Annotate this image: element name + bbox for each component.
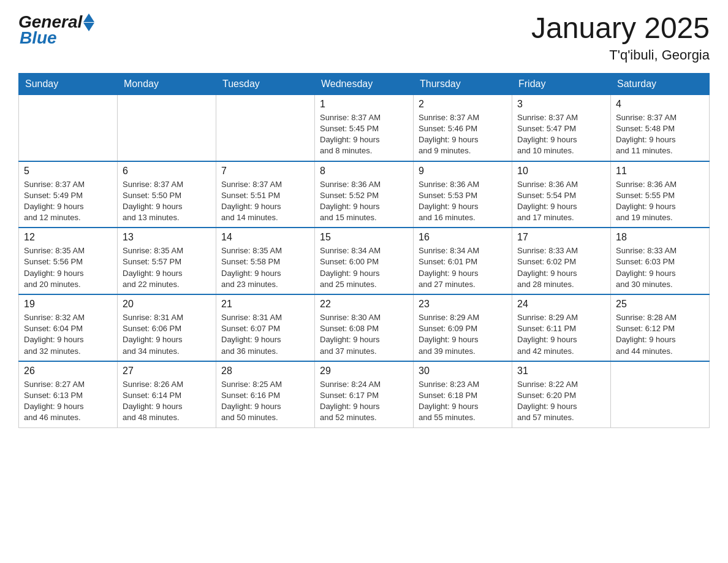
calendar-cell: 31Sunrise: 8:22 AMSunset: 6:20 PMDayligh… (512, 361, 611, 427)
calendar-cell (118, 94, 216, 161)
day-info: Sunrise: 8:25 AMSunset: 6:16 PMDaylight:… (221, 379, 309, 424)
calendar-cell: 21Sunrise: 8:31 AMSunset: 6:07 PMDayligh… (216, 294, 315, 361)
calendar-cell: 22Sunrise: 8:30 AMSunset: 6:08 PMDayligh… (315, 294, 414, 361)
day-info: Sunrise: 8:24 AMSunset: 6:17 PMDaylight:… (320, 379, 408, 424)
day-info: Sunrise: 8:37 AMSunset: 5:46 PMDaylight:… (419, 112, 507, 157)
day-number: 22 (320, 299, 408, 310)
day-number: 15 (320, 232, 408, 243)
calendar-cell: 12Sunrise: 8:35 AMSunset: 5:56 PMDayligh… (19, 228, 118, 294)
month-title: January 2025 (531, 12, 710, 45)
location: T'q'ibuli, Georgia (531, 47, 710, 63)
day-number: 16 (419, 232, 507, 243)
day-number: 19 (24, 299, 112, 310)
calendar-cell: 1Sunrise: 8:37 AMSunset: 5:45 PMDaylight… (315, 94, 414, 161)
calendar-week-row: 1Sunrise: 8:37 AMSunset: 5:45 PMDaylight… (19, 94, 710, 161)
day-info: Sunrise: 8:34 AMSunset: 6:01 PMDaylight:… (419, 245, 507, 290)
day-info: Sunrise: 8:35 AMSunset: 5:57 PMDaylight:… (123, 245, 211, 290)
day-info: Sunrise: 8:22 AMSunset: 6:20 PMDaylight:… (517, 379, 605, 424)
calendar-cell: 15Sunrise: 8:34 AMSunset: 6:00 PMDayligh… (315, 228, 414, 294)
calendar-cell: 29Sunrise: 8:24 AMSunset: 6:17 PMDayligh… (315, 361, 414, 427)
day-number: 9 (419, 166, 507, 177)
calendar-week-row: 19Sunrise: 8:32 AMSunset: 6:04 PMDayligh… (19, 294, 710, 361)
day-info: Sunrise: 8:31 AMSunset: 6:07 PMDaylight:… (221, 312, 309, 357)
day-number: 30 (419, 366, 507, 377)
calendar-cell: 30Sunrise: 8:23 AMSunset: 6:18 PMDayligh… (414, 361, 512, 427)
calendar-cell: 16Sunrise: 8:34 AMSunset: 6:01 PMDayligh… (414, 228, 512, 294)
day-number: 20 (123, 299, 211, 310)
calendar-header-day: Thursday (414, 73, 512, 94)
calendar-cell: 26Sunrise: 8:27 AMSunset: 6:13 PMDayligh… (19, 361, 118, 427)
calendar-cell: 7Sunrise: 8:37 AMSunset: 5:51 PMDaylight… (216, 161, 315, 228)
day-info: Sunrise: 8:29 AMSunset: 6:11 PMDaylight:… (517, 312, 605, 357)
day-info: Sunrise: 8:37 AMSunset: 5:51 PMDaylight:… (221, 179, 309, 224)
day-info: Sunrise: 8:36 AMSunset: 5:53 PMDaylight:… (419, 179, 507, 224)
day-number: 28 (221, 366, 309, 377)
day-number: 18 (616, 232, 704, 243)
day-number: 1 (320, 99, 408, 110)
calendar-header-day: Wednesday (315, 73, 414, 94)
calendar-cell: 2Sunrise: 8:37 AMSunset: 5:46 PMDaylight… (414, 94, 512, 161)
calendar-cell: 25Sunrise: 8:28 AMSunset: 6:12 PMDayligh… (611, 294, 710, 361)
calendar-header-day: Saturday (611, 73, 710, 94)
day-info: Sunrise: 8:33 AMSunset: 6:03 PMDaylight:… (616, 245, 704, 290)
title-area: January 2025 T'q'ibuli, Georgia (531, 12, 710, 63)
calendar-cell: 18Sunrise: 8:33 AMSunset: 6:03 PMDayligh… (611, 228, 710, 294)
day-number: 10 (517, 166, 605, 177)
calendar-cell (611, 361, 710, 427)
day-number: 4 (616, 99, 704, 110)
day-number: 5 (24, 166, 112, 177)
day-number: 24 (517, 299, 605, 310)
logo-blue-text: Blue (20, 28, 57, 48)
day-info: Sunrise: 8:28 AMSunset: 6:12 PMDaylight:… (616, 312, 704, 357)
day-info: Sunrise: 8:34 AMSunset: 6:00 PMDaylight:… (320, 245, 408, 290)
day-number: 7 (221, 166, 309, 177)
day-info: Sunrise: 8:23 AMSunset: 6:18 PMDaylight:… (419, 379, 507, 424)
day-info: Sunrise: 8:35 AMSunset: 5:56 PMDaylight:… (24, 245, 112, 290)
day-info: Sunrise: 8:35 AMSunset: 5:58 PMDaylight:… (221, 245, 309, 290)
day-info: Sunrise: 8:26 AMSunset: 6:14 PMDaylight:… (123, 379, 211, 424)
calendar-header-day: Monday (118, 73, 216, 94)
day-number: 25 (616, 299, 704, 310)
day-number: 27 (123, 366, 211, 377)
calendar-cell: 3Sunrise: 8:37 AMSunset: 5:47 PMDaylight… (512, 94, 611, 161)
day-number: 8 (320, 166, 408, 177)
day-info: Sunrise: 8:30 AMSunset: 6:08 PMDaylight:… (320, 312, 408, 357)
calendar-cell (19, 94, 118, 161)
calendar-week-row: 5Sunrise: 8:37 AMSunset: 5:49 PMDaylight… (19, 161, 710, 228)
calendar-week-row: 26Sunrise: 8:27 AMSunset: 6:13 PMDayligh… (19, 361, 710, 427)
calendar-cell: 27Sunrise: 8:26 AMSunset: 6:14 PMDayligh… (118, 361, 216, 427)
day-number: 11 (616, 166, 704, 177)
day-info: Sunrise: 8:37 AMSunset: 5:45 PMDaylight:… (320, 112, 408, 157)
day-number: 26 (24, 366, 112, 377)
calendar-cell: 8Sunrise: 8:36 AMSunset: 5:52 PMDaylight… (315, 161, 414, 228)
day-info: Sunrise: 8:36 AMSunset: 5:54 PMDaylight:… (517, 179, 605, 224)
day-number: 29 (320, 366, 408, 377)
header: General Blue January 2025 T'q'ibuli, Geo… (18, 12, 710, 63)
day-info: Sunrise: 8:37 AMSunset: 5:50 PMDaylight:… (123, 179, 211, 224)
day-number: 23 (419, 299, 507, 310)
calendar-cell: 5Sunrise: 8:37 AMSunset: 5:49 PMDaylight… (19, 161, 118, 228)
calendar-cell: 13Sunrise: 8:35 AMSunset: 5:57 PMDayligh… (118, 228, 216, 294)
day-number: 13 (123, 232, 211, 243)
calendar-cell: 28Sunrise: 8:25 AMSunset: 6:16 PMDayligh… (216, 361, 315, 427)
calendar-cell: 19Sunrise: 8:32 AMSunset: 6:04 PMDayligh… (19, 294, 118, 361)
calendar-cell: 17Sunrise: 8:33 AMSunset: 6:02 PMDayligh… (512, 228, 611, 294)
day-info: Sunrise: 8:27 AMSunset: 6:13 PMDaylight:… (24, 379, 112, 424)
day-info: Sunrise: 8:37 AMSunset: 5:49 PMDaylight:… (24, 179, 112, 224)
day-info: Sunrise: 8:37 AMSunset: 5:48 PMDaylight:… (616, 112, 704, 157)
calendar-cell: 14Sunrise: 8:35 AMSunset: 5:58 PMDayligh… (216, 228, 315, 294)
day-info: Sunrise: 8:33 AMSunset: 6:02 PMDaylight:… (517, 245, 605, 290)
calendar-cell: 24Sunrise: 8:29 AMSunset: 6:11 PMDayligh… (512, 294, 611, 361)
day-info: Sunrise: 8:32 AMSunset: 6:04 PMDaylight:… (24, 312, 112, 357)
calendar-cell (216, 94, 315, 161)
day-number: 12 (24, 232, 112, 243)
calendar-cell: 20Sunrise: 8:31 AMSunset: 6:06 PMDayligh… (118, 294, 216, 361)
day-number: 21 (221, 299, 309, 310)
day-number: 17 (517, 232, 605, 243)
calendar-header-day: Sunday (19, 73, 118, 94)
calendar-week-row: 12Sunrise: 8:35 AMSunset: 5:56 PMDayligh… (19, 228, 710, 294)
calendar: SundayMondayTuesdayWednesdayThursdayFrid… (18, 73, 710, 428)
day-info: Sunrise: 8:36 AMSunset: 5:52 PMDaylight:… (320, 179, 408, 224)
logo: General Blue (18, 12, 94, 48)
day-info: Sunrise: 8:29 AMSunset: 6:09 PMDaylight:… (419, 312, 507, 357)
